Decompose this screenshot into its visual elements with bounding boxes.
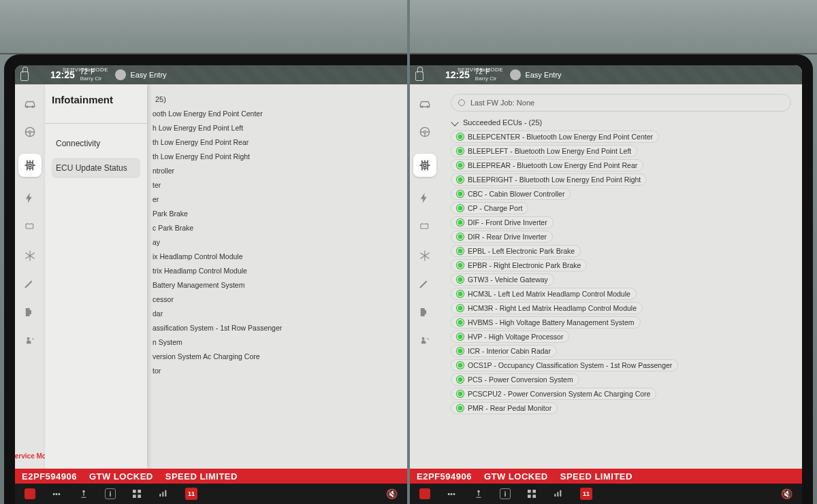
ecu-row[interactable]: EPBR - Right Electronic Park Brake xyxy=(451,259,587,271)
status-dot-icon xyxy=(457,319,464,326)
ecu-row[interactable]: Park Brake xyxy=(153,207,188,220)
ecu-row[interactable]: cessor xyxy=(153,293,174,305)
chip-icon[interactable] xyxy=(413,154,436,177)
ecu-row[interactable]: GTW3 - Vehicle Gateway xyxy=(451,273,554,286)
ecu-row[interactable]: ooth Low Energy End Point Center xyxy=(153,107,263,120)
ecu-row[interactable]: ay xyxy=(153,236,160,248)
ecu-row[interactable]: BLEEPLEFT - Bluetooth Low Energy End Poi… xyxy=(451,145,637,157)
profile-name: Easy Entry xyxy=(130,71,166,79)
pencil-icon[interactable] xyxy=(418,278,432,291)
ecu-row[interactable]: PCSCPU2 - Power Conversion System Ac Cha… xyxy=(451,388,656,400)
ecu-row[interactable]: PCS - Power Conversion System xyxy=(451,373,579,386)
ecu-row[interactable]: HCM3L - Left Led Matrix Headlamp Control… xyxy=(451,288,637,300)
group-header-text: Succeeded ECUs - (25) xyxy=(463,118,542,127)
airbag-icon[interactable] xyxy=(418,335,432,348)
app-red-icon[interactable] xyxy=(25,488,35,499)
battery-icon[interactable] xyxy=(23,220,37,234)
ecu-row[interactable]: HCM3R - Right Led Matrix Headlamp Contro… xyxy=(451,302,643,314)
status-dot-icon xyxy=(457,262,464,269)
mute-icon[interactable]: 🔇 xyxy=(781,488,792,499)
info-icon[interactable]: i xyxy=(500,488,511,499)
svg-rect-6 xyxy=(26,224,33,229)
ecu-row[interactable]: ntroller xyxy=(153,165,174,177)
status-dot-icon xyxy=(457,276,464,283)
airbag-icon[interactable] xyxy=(23,335,37,348)
ecu-row[interactable]: DIR - Rear Drive Inverter xyxy=(451,231,553,243)
ecu-row[interactable]: c Park Brake xyxy=(153,222,193,234)
ecu-row[interactable]: BLEEPREAR - Bluetooth Low Energy End Poi… xyxy=(451,159,643,171)
ecu-row[interactable]: ter xyxy=(153,179,161,191)
joystick-icon[interactable] xyxy=(472,488,485,500)
ecu-row[interactable]: EPBL - Left Electronic Park Brake xyxy=(451,245,581,257)
gtw-locked: GTW LOCKED xyxy=(484,471,548,482)
svg-point-19 xyxy=(423,131,426,133)
ecu-label: ntroller xyxy=(153,167,174,175)
ecu-row[interactable]: PMR - Rear Pedal Monitor xyxy=(451,402,558,414)
ecu-row[interactable]: h Low Energy End Point Left xyxy=(153,122,243,134)
pencil-icon[interactable] xyxy=(23,278,37,291)
room-background xyxy=(0,0,407,54)
steering-icon[interactable] xyxy=(418,125,432,139)
succeeded-group-header[interactable]: Succeeded ECUs - (25) xyxy=(452,118,791,127)
photo-left: SERVICE MODE 12:25 72°FBarry Cir Easy En… xyxy=(0,0,407,504)
ecu-row[interactable]: ix Headlamp Control Module xyxy=(153,250,242,263)
more-icon[interactable]: ••• xyxy=(445,488,458,500)
lock-icon[interactable] xyxy=(415,71,423,81)
ecu-row[interactable]: CBC - Cabin Blower Controller xyxy=(451,188,571,200)
calendar-icon[interactable]: 11 xyxy=(185,488,197,500)
snowflake-icon[interactable] xyxy=(418,249,432,263)
ecu-row[interactable]: BLEEPCENTER - Bluetooth Low Energy End P… xyxy=(451,131,659,143)
ecu-row[interactable]: trix Headlamp Control Module xyxy=(153,265,247,277)
ecu-row[interactable]: n System xyxy=(153,336,182,348)
ecu-row[interactable]: dar xyxy=(153,307,163,320)
ecu-row[interactable]: er xyxy=(153,193,159,205)
chip-icon[interactable] xyxy=(18,154,42,177)
ecu-row[interactable]: OCS1P - Occupancy Classification System … xyxy=(451,359,678,371)
app-red-icon[interactable] xyxy=(419,488,430,499)
driver-profile[interactable]: Easy Entry xyxy=(510,69,561,80)
bars-icon[interactable] xyxy=(158,488,170,500)
fw-job-text: Last FW Job: None xyxy=(470,99,534,107)
ecu-row[interactable]: th Low Energy End Point Right xyxy=(153,150,250,163)
last-fw-job[interactable]: Last FW Job: None xyxy=(451,94,791,112)
calendar-icon[interactable]: 11 xyxy=(580,488,592,500)
ecu-row[interactable]: CP - Charge Port xyxy=(451,202,528,214)
ecu-row[interactable]: tor xyxy=(153,365,161,377)
ecu-label: BLEEPRIGHT - Bluetooth Low Energy End Po… xyxy=(468,175,641,184)
ecu-row[interactable]: HVP - High Voltage Processor xyxy=(451,331,569,343)
status-dot-icon xyxy=(457,333,464,340)
fuel-icon[interactable] xyxy=(23,306,37,320)
ecu-row[interactable]: assification System - 1st Row Passenger xyxy=(153,322,282,334)
ecu-row[interactable]: BLEEPRIGHT - Bluetooth Low Energy End Po… xyxy=(451,173,647,186)
status-bar: SERVICE MODE 12:25 72°FBarry Cir Easy En… xyxy=(15,65,407,84)
grid-icon[interactable] xyxy=(526,488,538,500)
bars-icon[interactable] xyxy=(553,488,565,500)
submenu-item-connectivity[interactable]: Connectivity xyxy=(52,133,140,154)
bolt-icon[interactable] xyxy=(418,192,432,205)
street-name: Barry Cir xyxy=(475,75,497,82)
grid-icon[interactable] xyxy=(131,488,143,500)
snowflake-icon[interactable] xyxy=(23,249,37,263)
ecu-row[interactable]: DIF - Front Drive Inverter xyxy=(451,216,554,229)
vehicle-icon[interactable] xyxy=(23,97,37,110)
ecu-row[interactable]: version System Ac Charging Core xyxy=(153,350,260,363)
steering-icon[interactable] xyxy=(23,125,37,139)
status-dot-icon xyxy=(457,290,464,297)
svg-point-8 xyxy=(82,490,85,493)
driver-profile[interactable]: Easy Entry xyxy=(115,69,166,80)
info-icon[interactable]: i xyxy=(105,488,116,499)
joystick-icon[interactable] xyxy=(78,488,90,500)
vehicle-icon[interactable] xyxy=(418,97,432,110)
lock-icon[interactable] xyxy=(20,71,29,81)
battery-icon[interactable] xyxy=(418,220,432,234)
svg-rect-30 xyxy=(557,492,558,497)
mute-icon[interactable]: 🔇 xyxy=(386,488,398,499)
ecu-row[interactable]: Battery Management System xyxy=(153,279,244,291)
more-icon[interactable]: ••• xyxy=(50,488,63,500)
bolt-icon[interactable] xyxy=(23,192,37,205)
fuel-icon[interactable] xyxy=(418,306,432,320)
ecu-row[interactable]: HVBMS - High Voltage Battery Management … xyxy=(451,316,641,329)
ecu-row[interactable]: ICR - Interior Cabin Radar xyxy=(451,345,557,357)
submenu-item-ecu-update[interactable]: ECU Update Status xyxy=(52,158,140,178)
ecu-row[interactable]: th Low Energy End Point Rear xyxy=(153,136,249,148)
